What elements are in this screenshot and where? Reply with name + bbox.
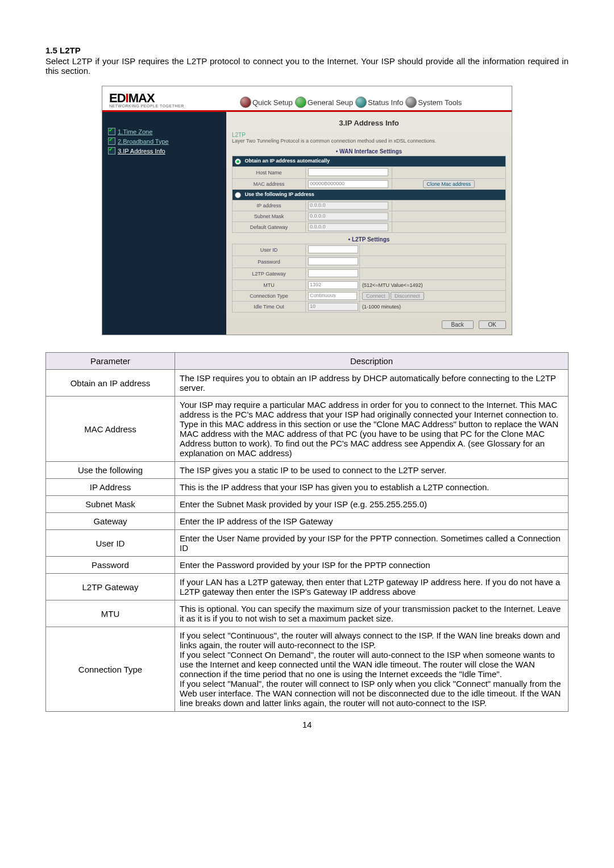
desc-cell: This is optional. You can specify the ma… bbox=[175, 600, 569, 627]
tab-label: General Seup bbox=[308, 98, 353, 107]
connect-button[interactable]: Connect bbox=[362, 292, 389, 300]
mtu-label: MTU bbox=[233, 280, 306, 291]
table-row: Obtain an IP addressThe ISP requires you… bbox=[46, 370, 569, 397]
table-row: Subnet MaskEnter the Subnet Mask provide… bbox=[46, 496, 569, 513]
tab-quick-setup[interactable]: Quick Setup bbox=[240, 97, 293, 108]
ip-address-label: IP address bbox=[233, 201, 306, 211]
connection-type-select[interactable]: Continuous bbox=[308, 292, 357, 300]
table-row: GatewayEnter the IP address of the ISP G… bbox=[46, 513, 569, 530]
desc-cell: Enter the Subnet Mask provided by your I… bbox=[175, 496, 569, 513]
sidebar-item-label: 3.IP Address Info bbox=[118, 148, 165, 155]
table-row: User IDEnter the User Name provided by y… bbox=[46, 530, 569, 557]
table-row: MAC AddressYour ISP may require a partic… bbox=[46, 397, 569, 462]
param-cell: Password bbox=[46, 557, 175, 574]
host-name-input[interactable] bbox=[308, 168, 388, 176]
ok-button[interactable]: OK bbox=[479, 320, 506, 329]
idle-time-out-label: Idle Time Out bbox=[233, 302, 306, 312]
back-button[interactable]: Back bbox=[442, 320, 474, 329]
param-header: Parameter bbox=[46, 353, 175, 370]
desc-cell: The ISP gives you a static IP to be used… bbox=[175, 462, 569, 479]
tab-label: Quick Setup bbox=[252, 98, 293, 107]
l2tp-gateway-label: L2TP Gateway bbox=[233, 268, 306, 280]
sidebar-item-broadband-type[interactable]: 2.Broadband Type bbox=[108, 137, 222, 145]
default-gateway-input[interactable]: 0.0.0.0 bbox=[308, 223, 388, 231]
desc-cell: If you select "Continuous", the router w… bbox=[175, 627, 569, 712]
desc-cell: Enter the IP address of the ISP Gateway bbox=[175, 513, 569, 530]
router-content: 3.IP Address Info L2TP Layer Two Tunneli… bbox=[226, 112, 512, 335]
param-cell: IP Address bbox=[46, 479, 175, 496]
ip-address-input[interactable]: 0.0.0.0 bbox=[308, 202, 388, 210]
radio-use-following-ip[interactable]: Use the following IP address bbox=[233, 190, 506, 201]
desc-cell: Enter the User Name provided by your ISP… bbox=[175, 530, 569, 557]
password-label: Password bbox=[233, 256, 306, 268]
protocol-desc: Layer Two Tunneling Protocol is a common… bbox=[232, 138, 506, 144]
param-cell: MAC Address bbox=[46, 397, 175, 462]
radio-on-icon bbox=[235, 158, 241, 165]
connection-type-label: Connection Type bbox=[233, 291, 306, 302]
user-id-input[interactable] bbox=[308, 245, 358, 253]
protocol-name: L2TP bbox=[232, 132, 506, 138]
disconnect-button[interactable]: Disconnect bbox=[391, 292, 424, 300]
param-cell: L2TP Gateway bbox=[46, 574, 175, 600]
table-row: Use the followingThe ISP gives you a sta… bbox=[46, 462, 569, 479]
default-gateway-label: Default Gateway bbox=[233, 222, 306, 233]
tab-status-info[interactable]: Status Info bbox=[355, 97, 403, 108]
radio-obtain-ip[interactable]: Obtain an IP address automatically bbox=[233, 156, 506, 167]
l2tp-gateway-input[interactable] bbox=[308, 269, 358, 277]
sidebar-item-time-zone[interactable]: 1.Time Zone bbox=[108, 128, 222, 135]
wan-settings-table: Obtain an IP address automatically Host … bbox=[232, 156, 506, 233]
globe-icon bbox=[240, 97, 251, 108]
param-cell: Connection Type bbox=[46, 627, 175, 712]
section-title: 1.5 L2TP bbox=[45, 45, 569, 55]
mac-address-label: MAC address bbox=[233, 179, 306, 190]
param-cell: User ID bbox=[46, 530, 175, 557]
sidebar-item-ip-address-info[interactable]: 3.IP Address Info bbox=[108, 147, 222, 155]
subnet-mask-label: Subnet Mask bbox=[233, 211, 306, 222]
tab-label: System Tools bbox=[418, 98, 462, 107]
check-icon bbox=[108, 147, 115, 155]
router-header: EDIMAX NETWORKING PEOPLE TOGETHER Quick … bbox=[102, 86, 512, 112]
param-cell: Use the following bbox=[46, 462, 175, 479]
subnet-mask-input[interactable]: 0.0.0.0 bbox=[308, 212, 388, 220]
sidebar-item-label: 1.Time Zone bbox=[118, 128, 152, 135]
radio-off-icon bbox=[235, 192, 241, 198]
tab-label: Status Info bbox=[368, 98, 403, 107]
tab-system-tools[interactable]: System Tools bbox=[405, 97, 462, 108]
mac-address-input[interactable]: 00000B000000 bbox=[308, 180, 388, 188]
mtu-hint: (512<=MTU Value<=1492) bbox=[360, 280, 506, 291]
desc-cell: The ISP requires you to obtain an IP add… bbox=[175, 370, 569, 397]
router-sidebar: 1.Time Zone 2.Broadband Type 3.IP Addres… bbox=[102, 112, 226, 335]
desc-cell: Enter the Password provided by your ISP … bbox=[175, 557, 569, 574]
password-input[interactable] bbox=[308, 257, 358, 265]
param-cell: Subnet Mask bbox=[46, 496, 175, 513]
info-icon bbox=[355, 97, 367, 108]
check-icon bbox=[108, 137, 115, 145]
table-row: IP AddressThis is the IP address that yo… bbox=[46, 479, 569, 496]
sidebar-item-label: 2.Broadband Type bbox=[118, 138, 169, 145]
idle-time-out-input[interactable]: 10 bbox=[308, 303, 358, 311]
router-screenshot: EDIMAX NETWORKING PEOPLE TOGETHER Quick … bbox=[102, 86, 512, 335]
content-title: 3.IP Address Info bbox=[232, 119, 506, 127]
tab-general-setup[interactable]: General Seup bbox=[295, 97, 353, 108]
wan-settings-heading: • WAN Interface Settings bbox=[232, 148, 506, 155]
desc-cell: If your LAN has a L2TP gateway, then ent… bbox=[175, 574, 569, 600]
desc-cell: Your ISP may require a particular MAC ad… bbox=[175, 397, 569, 462]
desc-header: Description bbox=[175, 353, 569, 370]
mtu-input[interactable]: 1392 bbox=[308, 281, 358, 289]
wrench-icon bbox=[405, 97, 417, 108]
user-id-label: User ID bbox=[233, 244, 306, 256]
idle-hint: (1-1000 minutes) bbox=[360, 302, 506, 312]
router-logo: EDIMAX NETWORKING PEOPLE TOGETHER bbox=[102, 86, 226, 110]
host-name-label: Host Name bbox=[233, 167, 306, 179]
clone-mac-button[interactable]: Clone Mac address bbox=[423, 180, 475, 188]
param-cell: Obtain an IP address bbox=[46, 370, 175, 397]
l2tp-settings-table: User ID Password L2TP Gateway MTU 1392 bbox=[232, 244, 506, 312]
gear-icon bbox=[295, 97, 306, 108]
table-row: MTUThis is optional. You can specify the… bbox=[46, 600, 569, 627]
table-row: Connection TypeIf you select "Continuous… bbox=[46, 627, 569, 712]
l2tp-settings-heading: • L2TP Settings bbox=[232, 236, 506, 243]
check-icon bbox=[108, 128, 115, 135]
page-number: 14 bbox=[45, 720, 569, 729]
router-logo-subtitle: NETWORKING PEOPLE TOGETHER bbox=[109, 104, 223, 108]
parameters-table: Parameter Description Obtain an IP addre… bbox=[45, 352, 569, 712]
